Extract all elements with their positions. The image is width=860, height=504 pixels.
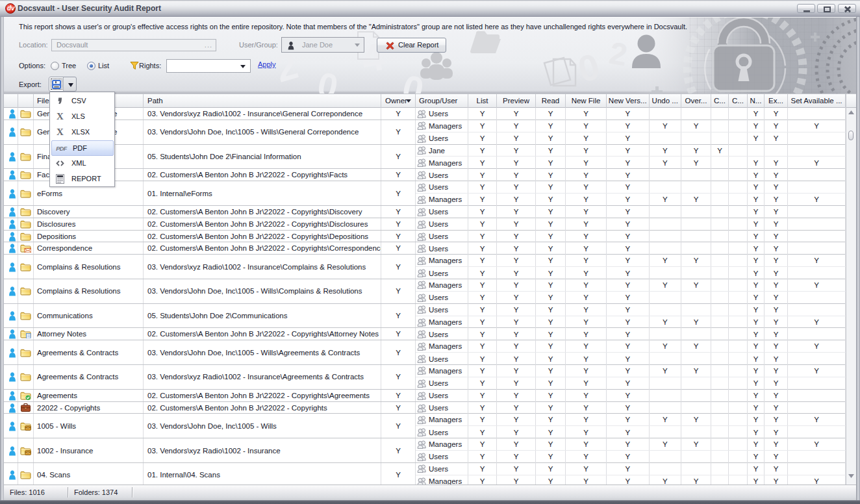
svg-text:2: 2 <box>607 36 630 73</box>
svg-text:0: 0 <box>574 45 603 90</box>
svg-text:0: 0 <box>314 64 342 94</box>
